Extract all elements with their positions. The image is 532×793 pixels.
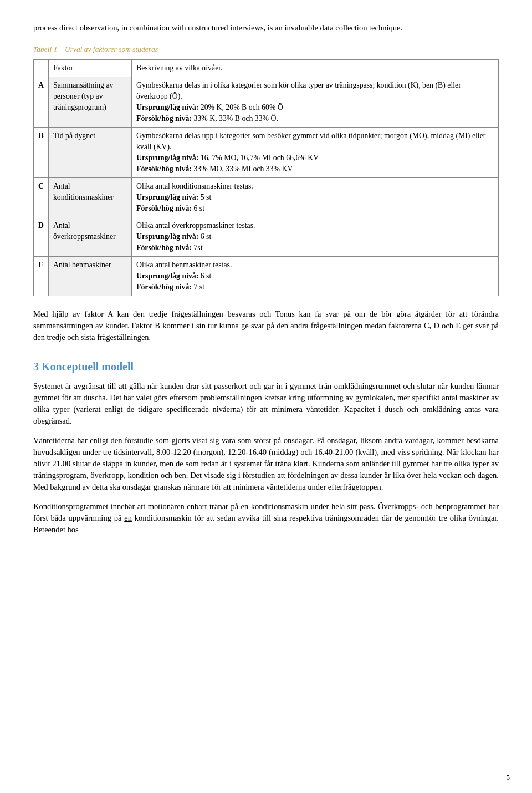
- desc-bold-label: Ursprung/låg nivå:: [136, 103, 198, 111]
- desc-rest: 33% K, 33% B och 33% Ö.: [192, 114, 278, 123]
- desc-bold-label: Ursprung/låg nivå:: [136, 154, 198, 162]
- table-row-description: Olika antal konditionsmaskiner testas.Ur…: [131, 177, 498, 217]
- para3-underline: en: [241, 502, 249, 511]
- table-row-label: A: [34, 77, 49, 127]
- table-row-label: C: [34, 177, 49, 217]
- table-row-factor: Antal konditionsmaskiner: [48, 177, 131, 217]
- desc-bold-label: Försök/hög nivå:: [136, 243, 192, 252]
- table-title: Tabell 1 – Urval av faktorer som studera…: [33, 44, 499, 55]
- desc-bold-label: Ursprung/låg nivå:: [136, 232, 198, 241]
- desc-normal: Gymbesökarna delas upp i kategorier som …: [136, 131, 485, 151]
- table-row-factor: Tid på dygnet: [48, 127, 131, 177]
- table-row-description: Gymbesökarna delas in i olika kategorier…: [131, 77, 498, 127]
- desc-rest: 20% K, 20% B och 60% Ö: [198, 103, 283, 111]
- desc-rest: 6 st: [192, 204, 204, 212]
- desc-bold-label: Försök/hög nivå:: [136, 165, 192, 173]
- desc-bold-label: Ursprung/låg nivå:: [136, 272, 198, 280]
- desc-rest: 7st: [192, 243, 203, 252]
- desc-rest: 5 st: [198, 193, 211, 201]
- section-3-heading: 3 Konceptuell modell: [33, 359, 499, 375]
- table-row-label: E: [34, 256, 49, 296]
- desc-rest: 6 st: [198, 232, 211, 241]
- desc-rest: 16, 7% MO, 16,7% MI och 66,6% KV: [198, 154, 319, 162]
- table-row-description: Olika antal benmaskiner testas.Ursprung/…: [131, 256, 498, 296]
- section3-para2: Väntetiderna har enligt den förstudie so…: [33, 435, 499, 493]
- desc-rest: 6 st: [198, 272, 211, 280]
- desc-bold-label: Försök/hög nivå:: [136, 114, 192, 123]
- para3-start: Konditionsprogrammet innebär att motionä…: [33, 502, 241, 511]
- section3-para1: Systemet är avgränsat till att gälla när…: [33, 380, 499, 427]
- table-row-description: Gymbesökarna delas upp i kategorier som …: [131, 127, 498, 177]
- desc-bold-label: Försök/hög nivå:: [136, 204, 192, 212]
- table-row-factor: Antal benmaskiner: [48, 256, 131, 296]
- table-header-description: Beskrivning av vilka nivåer.: [131, 59, 498, 77]
- desc-normal: Olika antal överkroppsmaskiner testas.: [136, 221, 255, 230]
- table-row-label: D: [34, 217, 49, 256]
- paragraph-1: Med hjälp av faktor A kan den tredje frå…: [33, 308, 499, 343]
- table-row-factor: Sammansättning av personer (typ av träni…: [48, 77, 131, 127]
- desc-bold-label: Försök/hög nivå:: [136, 283, 192, 291]
- table-row-description: Olika antal överkroppsmaskiner testas.Ur…: [131, 217, 498, 256]
- desc-normal: Gymbesökarna delas in i olika kategorier…: [136, 81, 461, 100]
- section3-para3: Konditionsprogrammet innebär att motionä…: [33, 501, 499, 536]
- desc-bold-label: Ursprung/låg nivå:: [136, 193, 198, 201]
- para3-underline2: en: [124, 514, 132, 522]
- desc-rest: 7 st: [192, 283, 204, 291]
- factors-table: Faktor Beskrivning av vilka nivåer. ASam…: [33, 59, 499, 296]
- table-row-factor: Antal överkroppsmaskiner: [48, 217, 131, 256]
- table-header-factor: Faktor: [48, 59, 131, 77]
- intro-text: process direct observation, in combinati…: [33, 22, 499, 34]
- table-row-label: B: [34, 127, 49, 177]
- desc-normal: Olika antal benmaskiner testas.: [136, 261, 232, 269]
- desc-rest: 33% MO, 33% MI och 33% KV: [192, 165, 293, 173]
- desc-normal: Olika antal konditionsmaskiner testas.: [136, 182, 253, 190]
